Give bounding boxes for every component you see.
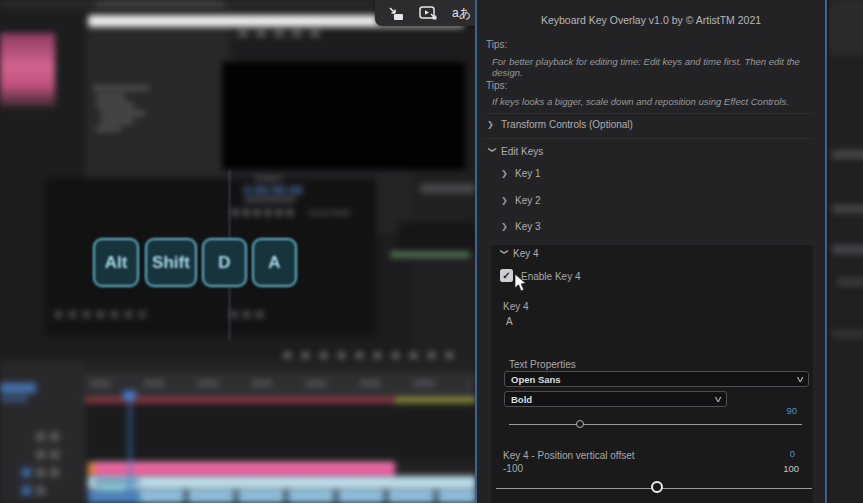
effect-controls-panel: Keyboard Key Overlay v1.0 by © ArtistTM … <box>475 0 827 503</box>
tips-text-1: For better playback for editing time: Ed… <box>492 56 825 78</box>
chevron-down-icon[interactable]: ❯ <box>500 249 509 259</box>
blurred-editor-background: Comp 1 0:00:00:00 Source Name <box>0 0 476 503</box>
tips-label-1: Tips: <box>486 39 507 50</box>
keycap-shift: Shift <box>145 238 197 287</box>
font-family-dropdown[interactable]: Open Sans v <box>504 371 809 387</box>
slider-handle[interactable] <box>576 420 584 428</box>
tree-key-2[interactable]: ❯ Key 2 <box>501 195 541 206</box>
chevron-down-icon: v <box>797 376 803 382</box>
mouse-cursor <box>514 273 528 297</box>
keycap-a: A <box>252 238 297 287</box>
translate-icon[interactable]: aあ <box>452 5 471 22</box>
video-frame: Comp 1 0:00:00:00 Source Name <box>0 0 863 503</box>
chevron-down-icon[interactable]: ❯ <box>488 147 497 157</box>
tree-key-3[interactable]: ❯ Key 3 <box>501 221 541 232</box>
chevron-right-icon[interactable]: ❯ <box>501 222 511 231</box>
picture-in-picture-icon[interactable] <box>388 6 405 21</box>
enable-key4-checkbox[interactable]: ✓ <box>500 269 513 282</box>
offset-label: Key 4 - Position vertical offset <box>503 450 635 461</box>
checkmark-icon: ✓ <box>502 270 510 281</box>
slider-handle[interactable] <box>651 481 663 493</box>
tree-transform-controls[interactable]: ❯ Transform Controls (Optional) <box>487 119 633 130</box>
font-size-value[interactable]: 90 <box>786 405 797 416</box>
blurred-right-panel-edge <box>829 0 863 503</box>
tips-text-2: If keys looks a bigger, scale down and r… <box>492 96 789 107</box>
font-style-dropdown[interactable]: Bold v <box>504 391 727 407</box>
tree-key-1[interactable]: ❯ Key 1 <box>501 168 541 179</box>
offset-slider[interactable] <box>496 483 812 495</box>
chevron-right-icon[interactable]: ❯ <box>501 196 511 205</box>
tree-key-4[interactable]: ❯ Key 4 <box>499 248 539 259</box>
offset-min: -100 <box>503 463 523 474</box>
tree-edit-keys[interactable]: ❯ Edit Keys <box>487 146 543 157</box>
chevron-right-icon[interactable]: ❯ <box>501 169 511 178</box>
keycap-d: D <box>202 238 247 287</box>
effect-title: Keyboard Key Overlay v1.0 by © ArtistTM … <box>477 14 825 26</box>
enable-key4-label: Enable Key 4 <box>521 271 581 282</box>
tips-label-2: Tips: <box>486 80 507 91</box>
text-properties-label: Text Properties <box>509 359 576 370</box>
browser-media-toolbar: aあ <box>375 0 484 26</box>
keycap-alt: Alt <box>93 238 139 287</box>
key-overlay-layer: Alt Shift D A <box>0 0 476 503</box>
play-preview-icon[interactable] <box>419 6 438 21</box>
chevron-down-icon: v <box>715 396 721 402</box>
offset-max: 100 <box>783 463 799 474</box>
key4-value-input[interactable]: A <box>506 316 513 327</box>
chevron-right-icon[interactable]: ❯ <box>487 120 497 129</box>
offset-value[interactable]: 0 <box>790 448 795 459</box>
key4-field-label: Key 4 <box>503 301 529 312</box>
font-size-slider[interactable] <box>509 419 802 431</box>
